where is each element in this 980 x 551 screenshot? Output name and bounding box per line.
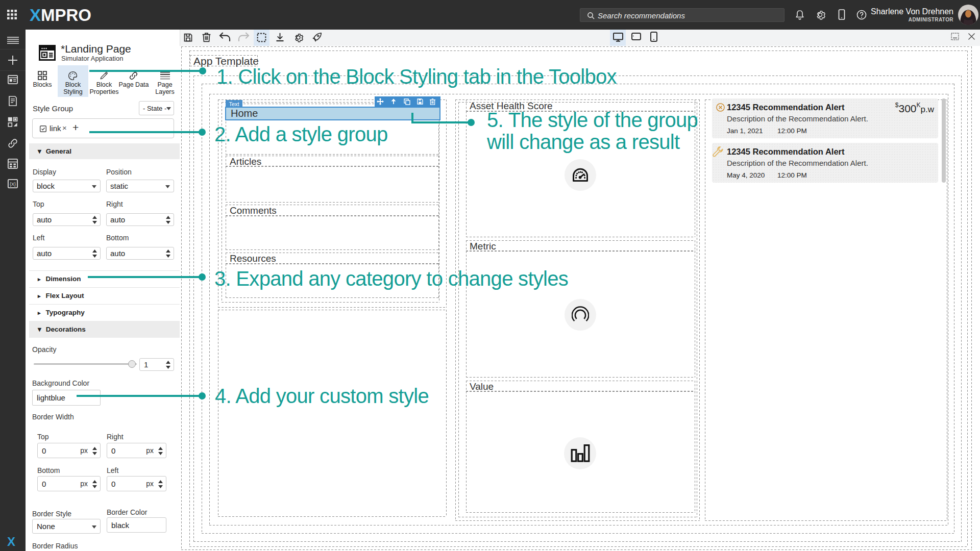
svg-text:{X}: {X} xyxy=(10,182,16,187)
